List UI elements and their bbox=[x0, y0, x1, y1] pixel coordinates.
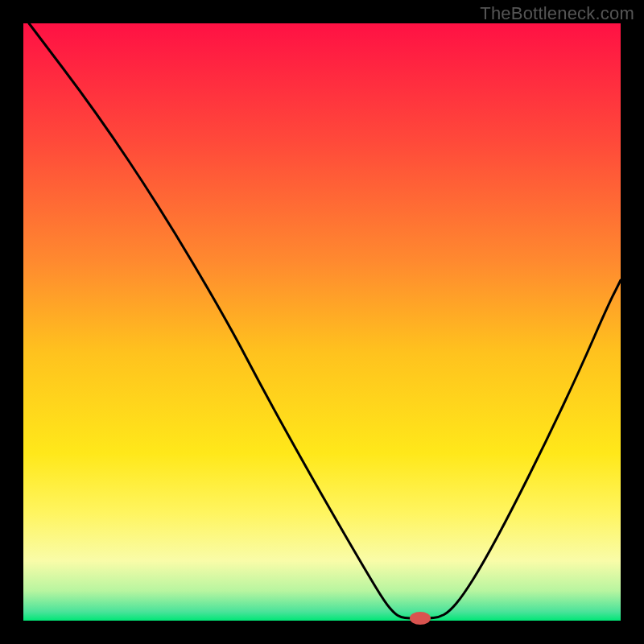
chart-svg bbox=[0, 0, 644, 644]
optimum-marker bbox=[410, 612, 431, 625]
bottleneck-chart bbox=[0, 0, 644, 644]
plot-background bbox=[23, 23, 621, 621]
watermark-text: TheBottleneck.com bbox=[480, 3, 634, 24]
